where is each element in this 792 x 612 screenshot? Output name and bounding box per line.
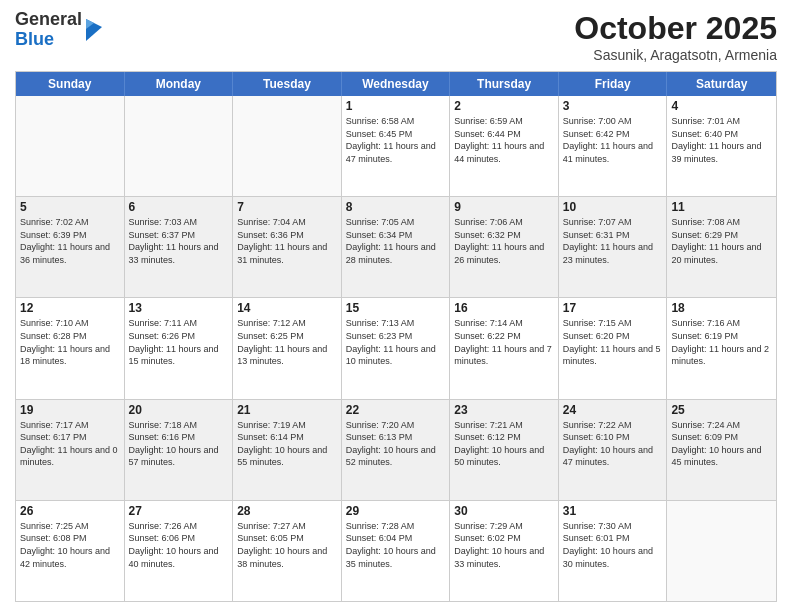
day-number: 9: [454, 200, 554, 214]
day-number: 3: [563, 99, 663, 113]
calendar: SundayMondayTuesdayWednesdayThursdayFrid…: [15, 71, 777, 602]
day-info: Sunrise: 7:07 AM Sunset: 6:31 PM Dayligh…: [563, 216, 663, 266]
day-info: Sunrise: 7:06 AM Sunset: 6:32 PM Dayligh…: [454, 216, 554, 266]
day-cell: 16Sunrise: 7:14 AM Sunset: 6:22 PM Dayli…: [450, 298, 559, 398]
day-cell: 10Sunrise: 7:07 AM Sunset: 6:31 PM Dayli…: [559, 197, 668, 297]
logo: General Blue: [15, 10, 102, 50]
day-cell: 19Sunrise: 7:17 AM Sunset: 6:17 PM Dayli…: [16, 400, 125, 500]
day-cell: 27Sunrise: 7:26 AM Sunset: 6:06 PM Dayli…: [125, 501, 234, 601]
day-info: Sunrise: 7:05 AM Sunset: 6:34 PM Dayligh…: [346, 216, 446, 266]
day-number: 2: [454, 99, 554, 113]
day-number: 20: [129, 403, 229, 417]
day-info: Sunrise: 7:08 AM Sunset: 6:29 PM Dayligh…: [671, 216, 772, 266]
logo-blue: Blue: [15, 30, 82, 50]
day-cell: 9Sunrise: 7:06 AM Sunset: 6:32 PM Daylig…: [450, 197, 559, 297]
day-number: 8: [346, 200, 446, 214]
header: General Blue October 2025 Sasunik, Araga…: [15, 10, 777, 63]
day-number: 22: [346, 403, 446, 417]
day-cell: 6Sunrise: 7:03 AM Sunset: 6:37 PM Daylig…: [125, 197, 234, 297]
day-cell: 13Sunrise: 7:11 AM Sunset: 6:26 PM Dayli…: [125, 298, 234, 398]
day-info: Sunrise: 7:21 AM Sunset: 6:12 PM Dayligh…: [454, 419, 554, 469]
day-number: 1: [346, 99, 446, 113]
day-number: 14: [237, 301, 337, 315]
day-info: Sunrise: 7:24 AM Sunset: 6:09 PM Dayligh…: [671, 419, 772, 469]
day-header-saturday: Saturday: [667, 72, 776, 96]
day-header-sunday: Sunday: [16, 72, 125, 96]
day-number: 13: [129, 301, 229, 315]
day-cell: 15Sunrise: 7:13 AM Sunset: 6:23 PM Dayli…: [342, 298, 451, 398]
month-title: October 2025: [574, 10, 777, 47]
day-info: Sunrise: 7:14 AM Sunset: 6:22 PM Dayligh…: [454, 317, 554, 367]
title-section: October 2025 Sasunik, Aragatsotn, Armeni…: [574, 10, 777, 63]
day-info: Sunrise: 7:22 AM Sunset: 6:10 PM Dayligh…: [563, 419, 663, 469]
day-cell: 28Sunrise: 7:27 AM Sunset: 6:05 PM Dayli…: [233, 501, 342, 601]
day-info: Sunrise: 7:17 AM Sunset: 6:17 PM Dayligh…: [20, 419, 120, 469]
day-cell: 8Sunrise: 7:05 AM Sunset: 6:34 PM Daylig…: [342, 197, 451, 297]
day-number: 18: [671, 301, 772, 315]
day-cell: [667, 501, 776, 601]
day-number: 31: [563, 504, 663, 518]
day-cell: 3Sunrise: 7:00 AM Sunset: 6:42 PM Daylig…: [559, 96, 668, 196]
day-cell: 24Sunrise: 7:22 AM Sunset: 6:10 PM Dayli…: [559, 400, 668, 500]
day-cell: [16, 96, 125, 196]
day-cell: 4Sunrise: 7:01 AM Sunset: 6:40 PM Daylig…: [667, 96, 776, 196]
day-number: 10: [563, 200, 663, 214]
day-info: Sunrise: 7:02 AM Sunset: 6:39 PM Dayligh…: [20, 216, 120, 266]
day-info: Sunrise: 6:59 AM Sunset: 6:44 PM Dayligh…: [454, 115, 554, 165]
day-number: 19: [20, 403, 120, 417]
day-cell: 22Sunrise: 7:20 AM Sunset: 6:13 PM Dayli…: [342, 400, 451, 500]
day-header-wednesday: Wednesday: [342, 72, 451, 96]
day-info: Sunrise: 7:29 AM Sunset: 6:02 PM Dayligh…: [454, 520, 554, 570]
day-info: Sunrise: 7:13 AM Sunset: 6:23 PM Dayligh…: [346, 317, 446, 367]
day-cell: 30Sunrise: 7:29 AM Sunset: 6:02 PM Dayli…: [450, 501, 559, 601]
day-info: Sunrise: 7:03 AM Sunset: 6:37 PM Dayligh…: [129, 216, 229, 266]
day-cell: 11Sunrise: 7:08 AM Sunset: 6:29 PM Dayli…: [667, 197, 776, 297]
day-cell: 7Sunrise: 7:04 AM Sunset: 6:36 PM Daylig…: [233, 197, 342, 297]
day-number: 17: [563, 301, 663, 315]
day-number: 16: [454, 301, 554, 315]
location: Sasunik, Aragatsotn, Armenia: [574, 47, 777, 63]
day-info: Sunrise: 7:26 AM Sunset: 6:06 PM Dayligh…: [129, 520, 229, 570]
day-number: 29: [346, 504, 446, 518]
day-cell: 1Sunrise: 6:58 AM Sunset: 6:45 PM Daylig…: [342, 96, 451, 196]
day-header-friday: Friday: [559, 72, 668, 96]
day-number: 6: [129, 200, 229, 214]
day-info: Sunrise: 7:25 AM Sunset: 6:08 PM Dayligh…: [20, 520, 120, 570]
day-header-monday: Monday: [125, 72, 234, 96]
day-number: 7: [237, 200, 337, 214]
day-info: Sunrise: 7:30 AM Sunset: 6:01 PM Dayligh…: [563, 520, 663, 570]
week-row: 5Sunrise: 7:02 AM Sunset: 6:39 PM Daylig…: [16, 197, 776, 298]
day-cell: [233, 96, 342, 196]
calendar-body: 1Sunrise: 6:58 AM Sunset: 6:45 PM Daylig…: [16, 96, 776, 601]
week-row: 26Sunrise: 7:25 AM Sunset: 6:08 PM Dayli…: [16, 501, 776, 601]
logo-icon: [84, 19, 102, 41]
day-info: Sunrise: 7:01 AM Sunset: 6:40 PM Dayligh…: [671, 115, 772, 165]
day-header-thursday: Thursday: [450, 72, 559, 96]
day-number: 4: [671, 99, 772, 113]
day-number: 12: [20, 301, 120, 315]
day-info: Sunrise: 7:00 AM Sunset: 6:42 PM Dayligh…: [563, 115, 663, 165]
day-cell: 14Sunrise: 7:12 AM Sunset: 6:25 PM Dayli…: [233, 298, 342, 398]
day-cell: 31Sunrise: 7:30 AM Sunset: 6:01 PM Dayli…: [559, 501, 668, 601]
day-number: 23: [454, 403, 554, 417]
day-number: 27: [129, 504, 229, 518]
day-number: 11: [671, 200, 772, 214]
day-cell: 5Sunrise: 7:02 AM Sunset: 6:39 PM Daylig…: [16, 197, 125, 297]
logo-general: General: [15, 10, 82, 30]
day-info: Sunrise: 7:18 AM Sunset: 6:16 PM Dayligh…: [129, 419, 229, 469]
day-info: Sunrise: 7:11 AM Sunset: 6:26 PM Dayligh…: [129, 317, 229, 367]
day-number: 25: [671, 403, 772, 417]
day-cell: 23Sunrise: 7:21 AM Sunset: 6:12 PM Dayli…: [450, 400, 559, 500]
day-info: Sunrise: 7:15 AM Sunset: 6:20 PM Dayligh…: [563, 317, 663, 367]
day-info: Sunrise: 7:04 AM Sunset: 6:36 PM Dayligh…: [237, 216, 337, 266]
day-number: 30: [454, 504, 554, 518]
calendar-header: SundayMondayTuesdayWednesdayThursdayFrid…: [16, 72, 776, 96]
day-cell: [125, 96, 234, 196]
day-cell: 12Sunrise: 7:10 AM Sunset: 6:28 PM Dayli…: [16, 298, 125, 398]
day-cell: 20Sunrise: 7:18 AM Sunset: 6:16 PM Dayli…: [125, 400, 234, 500]
week-row: 12Sunrise: 7:10 AM Sunset: 6:28 PM Dayli…: [16, 298, 776, 399]
day-number: 26: [20, 504, 120, 518]
day-cell: 2Sunrise: 6:59 AM Sunset: 6:44 PM Daylig…: [450, 96, 559, 196]
day-info: Sunrise: 7:16 AM Sunset: 6:19 PM Dayligh…: [671, 317, 772, 367]
week-row: 1Sunrise: 6:58 AM Sunset: 6:45 PM Daylig…: [16, 96, 776, 197]
